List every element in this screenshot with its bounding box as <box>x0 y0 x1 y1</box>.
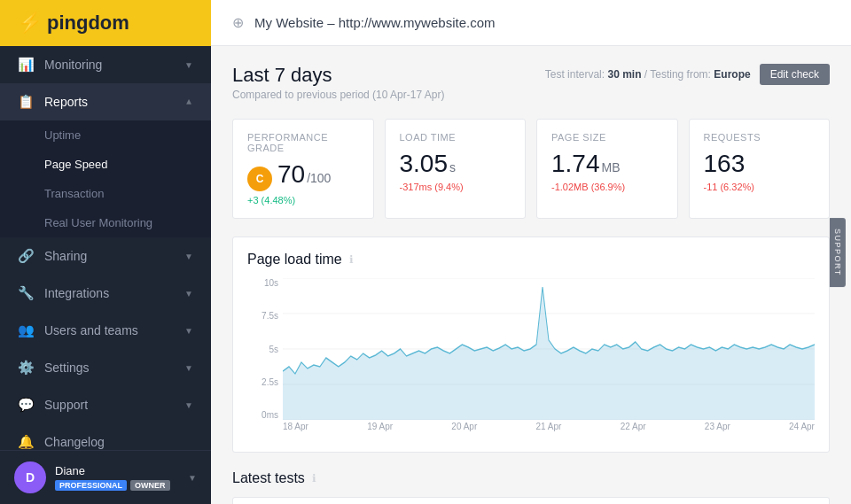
period-header: Last 7 days Compared to previous period … <box>232 64 444 101</box>
chevron-down-icon: ▼ <box>184 363 193 373</box>
sidebar-item-users-teams[interactable]: 👥 Users and teams ▼ <box>0 312 211 349</box>
edit-check-button[interactable]: Edit check <box>760 64 830 85</box>
stat-card-load-time: Load time 3.05 s -317ms (9.4%) <box>385 119 527 219</box>
latest-tests-header: Latest tests ℹ <box>232 470 830 486</box>
stat-value: 163 <box>704 150 816 178</box>
page-title: My Website – http://www.mywebsite.com <box>254 15 495 30</box>
sidebar-item-reports[interactable]: 📋 Reports ▼ <box>0 83 211 120</box>
settings-icon: ⚙️ <box>18 360 34 376</box>
stat-title: Requests <box>704 132 816 143</box>
users-icon: 👥 <box>18 322 34 338</box>
sidebar-item-monitoring[interactable]: 📊 Monitoring ▼ <box>0 46 211 83</box>
top-bar: ⊕ My Website – http://www.mywebsite.com <box>211 0 851 46</box>
user-profile[interactable]: D Diane PROFESSIONAL OWNER ▼ <box>0 450 211 504</box>
sidebar-item-support[interactable]: 💬 Support ▼ <box>0 386 211 423</box>
stat-change: -11 (6.32%) <box>704 182 816 192</box>
latest-tests-info-icon: ℹ <box>312 472 316 485</box>
stat-title: Performance grade <box>247 132 359 153</box>
users-teams-label: Users and teams <box>44 323 138 337</box>
chevron-down-icon: ▼ <box>184 60 193 70</box>
user-name: Diane <box>55 464 179 477</box>
sidebar-item-uptime[interactable]: Uptime <box>0 120 211 150</box>
chevron-up-icon: ▼ <box>184 97 193 107</box>
stat-change: -1.02MB (36.9%) <box>551 182 663 192</box>
sidebar-item-integrations[interactable]: 🔧 Integrations ▼ <box>0 275 211 312</box>
period-title: Last 7 days <box>232 64 444 87</box>
sidebar-item-transaction[interactable]: Transaction <box>0 179 211 208</box>
user-badges: PROFESSIONAL OWNER <box>55 480 179 491</box>
logo-area: ⚡ pingdom <box>0 0 211 46</box>
table-header: DATE & TIME LOAD TIME PAGE SIZE REQUESTS… <box>233 498 829 504</box>
chart-header: Page load time ℹ <box>247 252 815 268</box>
latest-tests-section: Latest tests ℹ DATE & TIME LOAD TIME PAG… <box>232 470 830 504</box>
chevron-down-icon: ▼ <box>184 252 193 261</box>
logo: ⚡ pingdom <box>18 12 129 35</box>
sidebar-item-page-speed[interactable]: Page Speed <box>0 150 211 179</box>
chart-container: Page load time ℹ 10s 7.5s 5s 2.5s 0ms <box>232 236 830 453</box>
professional-badge: PROFESSIONAL <box>55 480 127 491</box>
stat-value: 1.74 MB <box>551 150 663 178</box>
reports-label: Reports <box>44 95 88 109</box>
chart-y-axis: 10s 7.5s 5s 2.5s 0ms <box>247 278 278 420</box>
changelog-icon: 🔔 <box>18 434 34 450</box>
monitoring-icon: 📊 <box>18 57 34 73</box>
chevron-down-icon: ▼ <box>184 289 193 299</box>
integrations-label: Integrations <box>44 286 109 300</box>
stat-value: 3.05 s <box>400 150 511 178</box>
chart-info-icon: ℹ <box>349 253 354 266</box>
chart-svg <box>283 278 815 420</box>
chevron-down-icon: ▼ <box>184 326 193 336</box>
period-header-bar: Last 7 days Compared to previous period … <box>232 64 830 115</box>
page-content: Last 7 days Compared to previous period … <box>211 46 851 504</box>
owner-badge: OWNER <box>130 480 170 491</box>
support-label: Support <box>44 398 88 412</box>
latest-tests-title: Latest tests <box>232 470 305 486</box>
sidebar-item-real-user-monitoring[interactable]: Real User Monitoring <box>0 208 211 237</box>
period-subtitle: Compared to previous period (10 Apr-17 A… <box>232 89 444 101</box>
chart-x-axis: 18 Apr 19 Apr 20 Apr 21 Apr 22 Apr 23 Ap… <box>283 422 815 438</box>
stat-value: C 70 /100 <box>247 160 359 191</box>
stat-card-requests: Requests 163 -11 (6.32%) <box>689 119 831 219</box>
sidebar: ⚡ pingdom 📊 Monitoring ▼ 📋 Reports ▼ Upt… <box>0 0 211 504</box>
reports-subnav: Uptime Page Speed Transaction Real User … <box>0 120 211 237</box>
main-content: ⊕ My Website – http://www.mywebsite.com … <box>211 0 851 504</box>
test-interval-info: Test interval: 30 min / Testing from: Eu… <box>545 68 751 81</box>
sharing-label: Sharing <box>44 249 87 263</box>
logo-icon: ⚡ <box>18 12 42 35</box>
reports-icon: 📋 <box>18 94 34 110</box>
chart-plot <box>283 278 815 420</box>
settings-label: Settings <box>44 361 90 375</box>
stat-card-performance: Performance grade C 70 /100 +3 (4.48%) <box>232 119 374 219</box>
sidebar-item-sharing[interactable]: 🔗 Sharing ▼ <box>0 237 211 275</box>
stat-change: +3 (4.48%) <box>247 195 359 205</box>
support-tab[interactable]: SUPPORT <box>830 218 846 287</box>
grade-circle: C <box>247 167 272 191</box>
website-icon: ⊕ <box>232 14 244 31</box>
stat-title: Page size <box>551 132 663 143</box>
latest-tests-table: DATE & TIME LOAD TIME PAGE SIZE REQUESTS… <box>232 497 830 504</box>
stat-title: Load time <box>400 132 511 143</box>
support-icon: 💬 <box>18 397 34 413</box>
integrations-icon: 🔧 <box>18 285 34 301</box>
chart-title: Page load time <box>247 252 342 268</box>
stat-card-page-size: Page size 1.74 MB -1.02MB (36.9%) <box>536 119 678 219</box>
changelog-label: Changelog <box>44 435 105 449</box>
monitoring-label: Monitoring <box>44 58 102 72</box>
sidebar-navigation: 📊 Monitoring ▼ 📋 Reports ▼ Uptime Page S… <box>0 46 211 450</box>
sharing-icon: 🔗 <box>18 248 34 264</box>
avatar: D <box>14 461 46 493</box>
user-info: Diane PROFESSIONAL OWNER <box>55 464 179 491</box>
chart-area: 10s 7.5s 5s 2.5s 0ms <box>247 278 815 438</box>
sidebar-item-settings[interactable]: ⚙️ Settings ▼ <box>0 349 211 386</box>
chevron-down-icon: ▼ <box>184 400 193 410</box>
stats-row: Performance grade C 70 /100 +3 (4.48%) L… <box>232 119 830 219</box>
profile-chevron-icon[interactable]: ▼ <box>188 473 197 483</box>
sidebar-item-changelog[interactable]: 🔔 Changelog <box>0 423 211 450</box>
logo-wordmark: pingdom <box>47 12 129 35</box>
stat-change: -317ms (9.4%) <box>400 182 511 192</box>
